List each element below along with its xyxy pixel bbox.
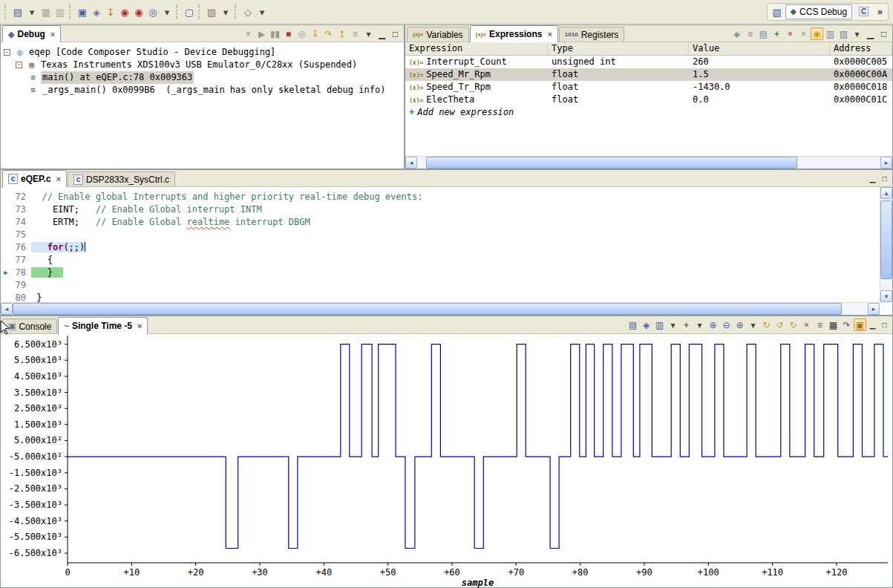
probe-icon[interactable]: ◈ bbox=[90, 5, 103, 19]
tab-single-time-graph[interactable]: ~ Single Time -5 × bbox=[58, 317, 148, 334]
sync-icon[interactable]: ↻ bbox=[787, 318, 799, 331]
code-line[interactable]: 74 ERTM; // Enable Global realtime inter… bbox=[1, 216, 880, 229]
resume-icon[interactable]: ▶ bbox=[255, 27, 268, 40]
remove-all-terminated-icon[interactable]: × bbox=[242, 27, 255, 40]
minimize-icon[interactable]: ▁ bbox=[867, 319, 878, 330]
buffer-icon[interactable]: ▣ bbox=[854, 318, 866, 331]
tab-eqep-c[interactable]: c eQEP.c × bbox=[2, 170, 67, 187]
marker-dropdown-icon[interactable]: ▾ bbox=[693, 318, 706, 331]
cursor-track-icon[interactable]: ◈ bbox=[640, 318, 652, 331]
debug-tree-row[interactable]: ≡_args_main() 0x0099B6 (_args_main has o… bbox=[1, 84, 404, 97]
external-tools-dropdown-icon[interactable]: ▾ bbox=[255, 5, 269, 19]
expression-row[interactable]: (x)=ElecThetafloat0.00x0000C01C bbox=[405, 94, 892, 106]
tab-variables[interactable]: (x)= Variables bbox=[407, 27, 469, 42]
show-logical-structure-icon[interactable]: ≡ bbox=[744, 27, 756, 40]
editor-vscrollbar[interactable]: ▴ ▾ bbox=[880, 187, 892, 302]
editor-hscrollbar[interactable]: ◂ ▸ bbox=[1, 302, 880, 315]
style-dropdown-icon[interactable]: ▾ bbox=[667, 318, 679, 331]
scroll-left-icon[interactable]: ◂ bbox=[405, 157, 417, 169]
maximize-icon[interactable]: □ bbox=[877, 27, 890, 40]
view-menu-icon[interactable]: ▾ bbox=[362, 27, 375, 40]
code-line[interactable]: 80 } bbox=[1, 292, 880, 302]
scroll-track[interactable] bbox=[417, 157, 880, 169]
save-all-icon[interactable]: ▥ bbox=[53, 5, 67, 19]
debug-launch-icon[interactable]: ▣ bbox=[76, 5, 89, 19]
code-line[interactable]: 76 for(;;) bbox=[1, 241, 880, 254]
instruction-stepping-icon[interactable]: ≡ bbox=[349, 27, 362, 40]
zoom-in-icon[interactable]: ⊕ bbox=[707, 318, 719, 331]
disconnect-target-icon[interactable]: ◉ bbox=[132, 5, 145, 19]
perspective-overflow-chevron[interactable]: » bbox=[875, 7, 885, 17]
clear-display-icon[interactable]: × bbox=[800, 318, 813, 331]
refresh-icon[interactable]: ↻ bbox=[760, 318, 773, 331]
scroll-right-icon[interactable]: ▸ bbox=[868, 303, 880, 315]
expression-row[interactable]: (x)=Speed_Mr_Rpmfloat1.50x0000C00A bbox=[405, 68, 892, 81]
code-line[interactable]: 73 EINT; // Enable Global interrupt INTM bbox=[1, 203, 880, 216]
scroll-thumb[interactable] bbox=[880, 200, 892, 279]
perspective-c[interactable]: C bbox=[854, 4, 874, 19]
scroll-right-icon[interactable]: ▸ bbox=[880, 157, 892, 169]
maximize-icon[interactable]: □ bbox=[879, 173, 890, 184]
scroll-thumb[interactable] bbox=[13, 303, 842, 315]
terminate-icon[interactable]: ■ bbox=[282, 27, 295, 40]
tab-registers[interactable]: 1010 Registers bbox=[559, 27, 624, 42]
step-over-icon[interactable]: ↷ bbox=[322, 27, 335, 40]
scroll-thumb[interactable] bbox=[426, 157, 796, 169]
open-perspective-icon[interactable]: ▧ bbox=[771, 5, 784, 19]
add-marker-icon[interactable]: + bbox=[680, 318, 693, 331]
expressions-hscrollbar[interactable]: ◂ ▸ bbox=[405, 156, 892, 169]
column-header-value[interactable]: Value bbox=[689, 42, 830, 55]
close-icon[interactable]: × bbox=[547, 30, 552, 39]
single-time-chart[interactable]: 6.500x10³5.500x10³4.500x10³3.500x10³2.50… bbox=[1, 334, 892, 587]
tab-dsp2833x-sysctrl-c[interactable]: c DSP2833x_SysCtrl.c bbox=[68, 172, 175, 186]
scroll-track[interactable] bbox=[880, 199, 892, 290]
perspective-ccs-debug[interactable]: ◆ CCS Debug bbox=[785, 4, 853, 19]
measurement-icon[interactable]: ▥ bbox=[653, 318, 666, 331]
terminate-launch-icon[interactable]: ◉ bbox=[118, 5, 131, 19]
close-icon[interactable]: × bbox=[137, 321, 142, 330]
zoom-mode-icon[interactable]: ⊕ bbox=[733, 318, 746, 331]
show-type-names-icon[interactable]: ◈ bbox=[730, 27, 743, 40]
chart-canvas[interactable]: 6.500x10³5.500x10³4.500x10³3.500x10³2.50… bbox=[1, 334, 893, 588]
layout-icon[interactable]: ▥ bbox=[824, 27, 837, 40]
zoom-out-icon[interactable]: ⊖ bbox=[720, 318, 733, 331]
zoom-dropdown-icon[interactable]: ▾ bbox=[747, 318, 759, 331]
debug-tree-row[interactable]: -▦Texas Instruments XDS100v3 USB Emulato… bbox=[1, 59, 404, 71]
launch-dropdown-icon[interactable]: ▾ bbox=[160, 5, 174, 19]
column-header-address[interactable]: Address bbox=[830, 42, 892, 55]
column-header-expression[interactable]: Expression bbox=[405, 42, 548, 55]
tree-expander-icon[interactable]: - bbox=[16, 62, 22, 68]
debug-tree-row[interactable]: ≡main() at eQEP.c:78 0x009363 bbox=[1, 71, 404, 84]
display-properties-icon[interactable]: ▤ bbox=[627, 318, 639, 331]
import-icon[interactable]: ▧ bbox=[837, 27, 850, 40]
minimize-icon[interactable]: ▁ bbox=[864, 27, 877, 40]
remove-all-expressions-icon[interactable]: × bbox=[797, 27, 810, 40]
column-header-type[interactable]: Type bbox=[548, 42, 689, 55]
new-dropdown-icon[interactable]: ▾ bbox=[25, 5, 39, 19]
code-line[interactable]: 79 bbox=[1, 279, 880, 292]
build-icon[interactable]: ▨ bbox=[205, 5, 218, 19]
legend-icon[interactable]: ≡ bbox=[814, 318, 826, 331]
tab-console[interactable]: ▣ Console bbox=[2, 318, 57, 333]
suspend-icon[interactable]: ▮▮ bbox=[269, 27, 281, 40]
scroll-track[interactable] bbox=[13, 303, 868, 315]
view-menu-icon[interactable]: ▾ bbox=[851, 27, 863, 40]
build-dropdown-icon[interactable]: ▾ bbox=[219, 5, 232, 19]
minimize-icon[interactable]: ▁ bbox=[376, 27, 388, 40]
close-icon[interactable]: × bbox=[50, 30, 55, 39]
collapse-all-icon[interactable]: ▤ bbox=[757, 27, 770, 40]
expression-row[interactable]: (x)=Interrupt_Countunsigned int2600x0000… bbox=[405, 56, 892, 68]
debug-tree-row[interactable]: -◎eqep [Code Composer Studio - Device De… bbox=[1, 46, 404, 59]
code-line[interactable]: 77 { bbox=[1, 254, 880, 267]
maximize-icon[interactable]: □ bbox=[389, 27, 402, 40]
maximize-icon[interactable]: □ bbox=[879, 319, 890, 330]
new-file-icon[interactable]: ▤ bbox=[11, 5, 24, 19]
save-icon[interactable]: ▦ bbox=[39, 5, 53, 19]
code-line[interactable]: 72 // Enable global Interrupts and highe… bbox=[1, 191, 880, 203]
load-program-icon[interactable]: ↧ bbox=[104, 5, 117, 19]
add-expression-icon[interactable]: + bbox=[771, 27, 783, 40]
scope-icon[interactable]: ◎ bbox=[146, 5, 160, 19]
tab-debug[interactable]: ◈ Debug × bbox=[2, 25, 61, 42]
code-editor[interactable]: 72 // Enable global Interrupts and highe… bbox=[1, 187, 880, 302]
code-line[interactable]: ▶78 } bbox=[1, 267, 880, 279]
